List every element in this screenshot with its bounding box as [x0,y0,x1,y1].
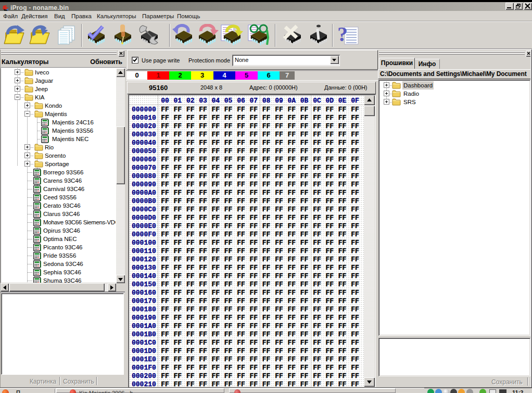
svg-text:?: ? [337,24,348,46]
